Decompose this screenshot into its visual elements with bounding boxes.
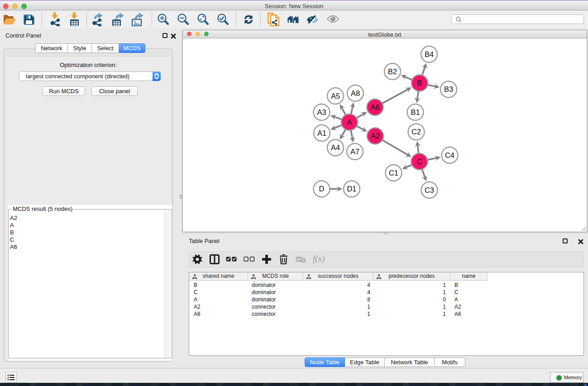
svg-text:C2: C2 (411, 128, 421, 136)
svg-text:A6: A6 (370, 103, 379, 111)
svg-text:C1: C1 (389, 169, 398, 177)
svg-text:B1: B1 (411, 108, 420, 116)
svg-text:A1: A1 (317, 129, 326, 137)
svg-text:A2: A2 (371, 132, 380, 140)
svg-text:B4: B4 (425, 50, 434, 58)
svg-text:D1: D1 (347, 185, 356, 193)
svg-text:A8: A8 (351, 89, 360, 97)
svg-text:C: C (417, 157, 422, 166)
svg-text:B: B (417, 79, 422, 87)
svg-text:A5: A5 (331, 92, 340, 100)
svg-text:B2: B2 (388, 67, 397, 76)
svg-text:A3: A3 (317, 108, 326, 116)
svg-text:A: A (347, 118, 352, 126)
svg-text:D: D (319, 185, 325, 193)
svg-text:A4: A4 (331, 143, 340, 152)
svg-text:A7: A7 (350, 148, 359, 156)
svg-text:C4: C4 (445, 151, 454, 159)
svg-text:C3: C3 (425, 186, 434, 194)
svg-text:B3: B3 (444, 85, 453, 93)
